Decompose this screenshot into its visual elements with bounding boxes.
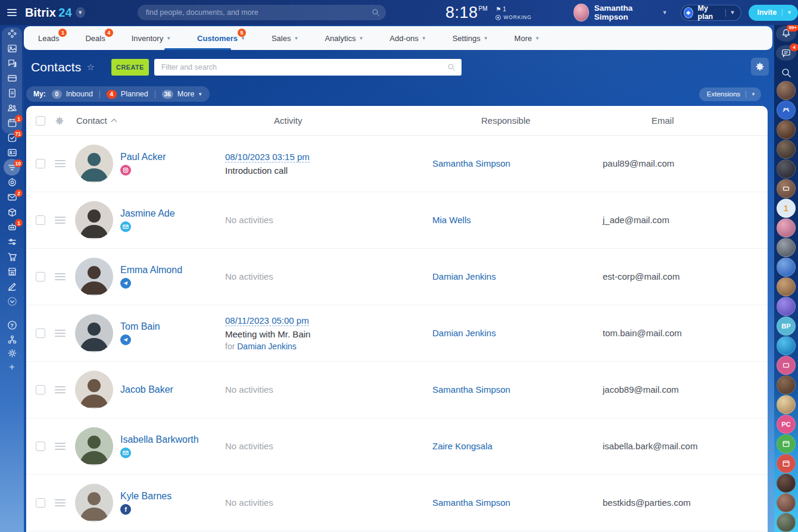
row-checkbox[interactable] (36, 159, 45, 168)
mail-channel-icon[interactable] (120, 221, 131, 232)
feed-icon[interactable] (0, 26, 24, 41)
row-checkbox[interactable] (36, 442, 45, 451)
add-icon[interactable]: + (0, 360, 24, 374)
chat-avatar[interactable] (777, 356, 796, 375)
extensions-button[interactable]: Extensions ▼ (699, 87, 761, 101)
responsible-link[interactable]: Samantha Simpson (432, 497, 510, 508)
activity-date-link[interactable]: 08/10/2023 03:15 pm (225, 152, 310, 162)
main-menu-icon[interactable] (7, 9, 17, 16)
copilot-robot-icon[interactable]: 1 (0, 220, 24, 234)
warehouse-box-icon[interactable] (0, 205, 24, 220)
sign-icon[interactable] (0, 279, 24, 294)
chat-avatar[interactable] (777, 159, 796, 179)
responsible-link[interactable]: Damian Jenkins (432, 328, 496, 338)
drag-handle-icon[interactable] (55, 160, 66, 167)
chat-avatar[interactable] (777, 297, 796, 316)
mail-channel-icon[interactable] (120, 447, 131, 458)
column-header-contact[interactable]: Contact (76, 115, 116, 126)
drag-handle-icon[interactable] (55, 499, 66, 506)
grid-settings-gear-icon[interactable] (55, 116, 64, 126)
messenger-icon[interactable] (0, 56, 24, 71)
birthday-avatar[interactable]: 1 (777, 199, 796, 218)
contact-avatar[interactable] (75, 201, 113, 239)
view-settings-gear-icon[interactable] (751, 58, 769, 76)
contact-name-link[interactable]: Paul Acker (120, 152, 166, 162)
chat-avatar[interactable] (777, 513, 796, 532)
employees-icon[interactable] (0, 101, 24, 115)
contact-avatar[interactable] (75, 371, 113, 409)
contact-avatar[interactable] (75, 427, 113, 465)
tasks-icon[interactable]: 71 (0, 130, 24, 145)
facebook-icon[interactable]: f (120, 504, 131, 515)
row-checkbox[interactable] (36, 272, 45, 281)
chat-avatar[interactable] (777, 474, 796, 493)
contact-name-link[interactable]: Isabella Barkworth (120, 434, 199, 445)
column-header-responsible[interactable]: Responsible (481, 115, 652, 126)
sidebar-search-icon[interactable] (776, 64, 796, 80)
select-all-checkbox[interactable] (36, 116, 45, 126)
contact-avatar[interactable] (75, 314, 113, 352)
help-icon[interactable]: ? (0, 318, 24, 333)
telegram-icon[interactable] (120, 278, 131, 289)
responsible-link[interactable]: Mia Wells (432, 215, 471, 225)
chat-avatar[interactable] (777, 493, 796, 512)
tab-sales[interactable]: Sales▼ (272, 34, 298, 43)
contact-name-link[interactable]: Tom Bain (120, 321, 160, 332)
filter-search-input[interactable] (161, 63, 447, 71)
invite-button[interactable]: Invite ▼ (749, 5, 798, 21)
drag-handle-icon[interactable] (55, 217, 66, 224)
activity-date-link[interactable]: 08/11/2023 05:00 pm (225, 315, 309, 326)
cart-icon[interactable] (0, 249, 24, 264)
calendar-avatar-red[interactable] (777, 454, 796, 473)
activity-for-link[interactable]: Damian Jenkins (237, 342, 297, 351)
crm-funnel-icon[interactable]: 10 (0, 160, 24, 175)
contact-avatar[interactable] (75, 484, 113, 522)
work-clock[interactable]: 8:18 PM (445, 4, 488, 22)
filter-chip-more[interactable]: 36 More ▼ (162, 90, 203, 99)
chat-avatar[interactable] (777, 120, 796, 139)
row-checkbox[interactable] (36, 215, 45, 225)
document-icon[interactable] (0, 86, 24, 101)
user-menu[interactable]: Samantha Simpson ▼ (573, 4, 668, 21)
marketing-target-icon[interactable] (0, 175, 24, 190)
row-checkbox[interactable] (36, 328, 45, 338)
chat-avatar[interactable] (777, 218, 796, 237)
logo-chevron-down-icon[interactable]: ▼ (76, 7, 85, 18)
my-plan-button[interactable]: ◆ My plan ▼ (681, 5, 742, 21)
drag-handle-icon[interactable] (55, 443, 66, 450)
tab-leads[interactable]: Leads1 (38, 34, 59, 43)
structure-icon[interactable] (0, 333, 24, 346)
responsible-link[interactable]: Samantha Simpson (432, 384, 510, 395)
chat-avatar[interactable] (777, 238, 796, 257)
column-header-email[interactable]: Email (652, 115, 768, 126)
chat-avatar[interactable] (777, 277, 796, 296)
group-chat-icon[interactable] (777, 101, 796, 120)
initials-avatar-bp[interactable]: BP (777, 317, 796, 336)
card-icon[interactable] (0, 71, 24, 86)
contact-name-link[interactable]: Jasmine Ade (120, 208, 175, 219)
contact-card-icon[interactable] (0, 145, 24, 160)
initials-avatar-pc[interactable]: PC (777, 415, 796, 434)
contact-name-link[interactable]: Emma Almond (120, 265, 182, 276)
tab-more[interactable]: More▼ (515, 34, 540, 43)
contact-name-link[interactable]: Jacob Baker (120, 384, 173, 395)
chat-avatar[interactable] (777, 140, 796, 159)
contact-name-link[interactable]: Kyle Barnes (120, 491, 172, 502)
instagram-icon[interactable] (120, 165, 131, 176)
contact-avatar[interactable] (75, 145, 113, 183)
bitrix24-logo[interactable]: Bitrix 24 (25, 6, 72, 20)
tab-settings[interactable]: Settings▼ (453, 34, 488, 43)
tab-analytics[interactable]: Analytics▼ (325, 34, 363, 43)
favorite-star-icon[interactable]: ☆ (86, 62, 94, 73)
responsible-link[interactable]: Zaire Kongsala (432, 441, 492, 451)
tab-inventory[interactable]: Inventory▼ (132, 34, 171, 43)
column-header-activity[interactable]: Activity (274, 115, 481, 126)
filter-chip-inbound[interactable]: 0 Inbound (52, 90, 93, 99)
settings-gear-icon[interactable] (0, 346, 24, 360)
drag-handle-icon[interactable] (55, 330, 66, 337)
chat-avatar[interactable] (777, 258, 796, 277)
contact-avatar[interactable] (75, 258, 113, 296)
tab-deals[interactable]: Deals4 (85, 34, 105, 43)
work-status-box[interactable]: ⚑ 1 WORKING (495, 6, 531, 20)
calendar-avatar-green[interactable] (777, 434, 796, 453)
